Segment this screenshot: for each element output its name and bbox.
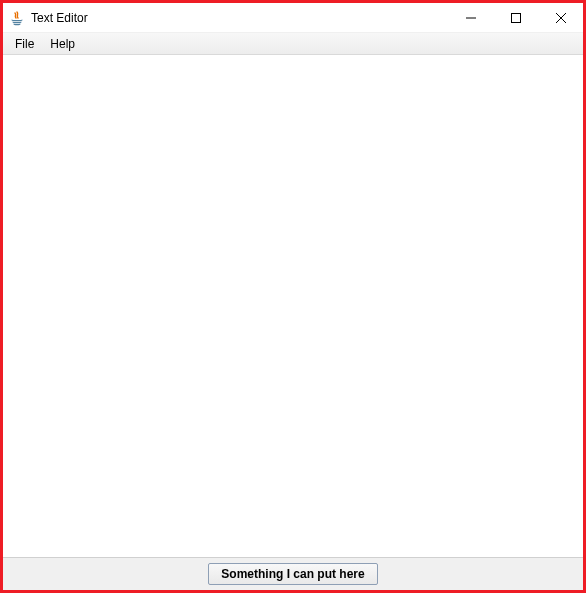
window-controls	[448, 3, 583, 32]
menubar: File Help	[3, 33, 583, 55]
close-icon	[556, 13, 566, 23]
menu-help[interactable]: Help	[42, 35, 83, 53]
close-button[interactable]	[538, 3, 583, 33]
bottom-button[interactable]: Something I can put here	[208, 563, 377, 585]
window-title: Text Editor	[31, 11, 448, 25]
svg-rect-1	[511, 14, 520, 23]
minimize-button[interactable]	[448, 3, 493, 33]
menu-file[interactable]: File	[7, 35, 42, 53]
text-area[interactable]	[3, 55, 583, 558]
maximize-icon	[511, 13, 521, 23]
java-icon	[9, 10, 25, 26]
bottom-bar: Something I can put here	[3, 558, 583, 590]
minimize-icon	[466, 13, 476, 23]
titlebar: Text Editor	[3, 3, 583, 33]
maximize-button[interactable]	[493, 3, 538, 33]
